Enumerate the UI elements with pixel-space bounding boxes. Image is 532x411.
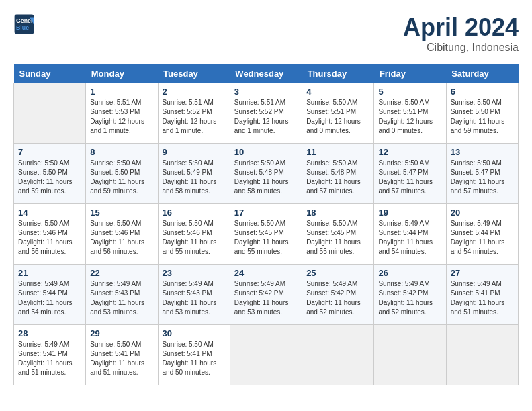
day-number: 22 (90, 268, 153, 278)
calendar-cell: 5Sunrise: 5:50 AM Sunset: 5:51 PM Daylig… (374, 83, 446, 144)
day-number: 14 (18, 208, 81, 218)
calendar-cell: 30Sunrise: 5:50 AM Sunset: 5:41 PM Dayli… (158, 325, 230, 385)
day-info: Sunrise: 5:50 AM Sunset: 5:48 PM Dayligh… (234, 158, 298, 196)
svg-text:Blue: Blue (16, 24, 29, 31)
day-number: 25 (306, 268, 369, 278)
calendar-cell: 20Sunrise: 5:49 AM Sunset: 5:44 PM Dayli… (446, 204, 518, 265)
day-info: Sunrise: 5:50 AM Sunset: 5:46 PM Dayligh… (18, 219, 81, 257)
day-info: Sunrise: 5:50 AM Sunset: 5:41 PM Dayligh… (163, 340, 226, 377)
calendar-week-4: 21Sunrise: 5:49 AM Sunset: 5:44 PM Dayli… (14, 265, 519, 325)
logo-icon: General Blue (13, 13, 35, 35)
calendar-cell: 23Sunrise: 5:49 AM Sunset: 5:43 PM Dayli… (158, 265, 230, 325)
day-number: 16 (163, 208, 226, 218)
calendar-cell: 2Sunrise: 5:51 AM Sunset: 5:52 PM Daylig… (158, 83, 230, 144)
calendar-cell (230, 325, 302, 385)
day-number: 17 (234, 208, 298, 218)
calendar-week-2: 7Sunrise: 5:50 AM Sunset: 5:50 PM Daylig… (14, 144, 519, 204)
day-number: 9 (163, 147, 226, 157)
day-info: Sunrise: 5:50 AM Sunset: 5:48 PM Dayligh… (306, 158, 369, 196)
col-header-saturday: Saturday (446, 64, 518, 83)
calendar-cell: 12Sunrise: 5:50 AM Sunset: 5:47 PM Dayli… (374, 144, 446, 204)
calendar-cell: 17Sunrise: 5:50 AM Sunset: 5:45 PM Dayli… (230, 204, 302, 265)
calendar-cell (446, 325, 518, 385)
calendar-header-row: SundayMondayTuesdayWednesdayThursdayFrid… (14, 64, 519, 83)
calendar-week-5: 28Sunrise: 5:49 AM Sunset: 5:41 PM Dayli… (14, 325, 519, 385)
calendar-cell: 21Sunrise: 5:49 AM Sunset: 5:44 PM Dayli… (14, 265, 86, 325)
calendar-cell: 9Sunrise: 5:50 AM Sunset: 5:49 PM Daylig… (158, 144, 230, 204)
day-info: Sunrise: 5:50 AM Sunset: 5:45 PM Dayligh… (234, 219, 298, 257)
day-info: Sunrise: 5:50 AM Sunset: 5:50 PM Dayligh… (90, 158, 153, 196)
day-number: 6 (451, 87, 514, 97)
day-number: 11 (306, 147, 369, 157)
day-info: Sunrise: 5:49 AM Sunset: 5:44 PM Dayligh… (451, 219, 514, 257)
day-info: Sunrise: 5:50 AM Sunset: 5:46 PM Dayligh… (163, 219, 226, 257)
col-header-wednesday: Wednesday (230, 64, 302, 83)
day-info: Sunrise: 5:50 AM Sunset: 5:51 PM Dayligh… (378, 98, 441, 136)
calendar-cell (302, 325, 374, 385)
day-number: 23 (163, 268, 226, 278)
day-number: 10 (234, 147, 298, 157)
calendar-cell: 22Sunrise: 5:49 AM Sunset: 5:43 PM Dayli… (86, 265, 158, 325)
day-info: Sunrise: 5:49 AM Sunset: 5:41 PM Dayligh… (451, 279, 514, 317)
day-info: Sunrise: 5:49 AM Sunset: 5:42 PM Dayligh… (234, 279, 298, 317)
calendar-cell: 27Sunrise: 5:49 AM Sunset: 5:41 PM Dayli… (446, 265, 518, 325)
day-number: 4 (306, 87, 369, 97)
day-number: 26 (378, 268, 441, 278)
day-number: 30 (163, 328, 226, 338)
day-info: Sunrise: 5:49 AM Sunset: 5:44 PM Dayligh… (378, 219, 441, 257)
day-info: Sunrise: 5:51 AM Sunset: 5:53 PM Dayligh… (90, 98, 153, 136)
calendar-cell: 26Sunrise: 5:49 AM Sunset: 5:42 PM Dayli… (374, 265, 446, 325)
calendar-cell: 4Sunrise: 5:50 AM Sunset: 5:51 PM Daylig… (302, 83, 374, 144)
day-number: 7 (18, 147, 81, 157)
day-number: 19 (378, 208, 441, 218)
calendar-cell: 8Sunrise: 5:50 AM Sunset: 5:50 PM Daylig… (86, 144, 158, 204)
day-info: Sunrise: 5:50 AM Sunset: 5:45 PM Dayligh… (306, 219, 369, 257)
day-info: Sunrise: 5:50 AM Sunset: 5:41 PM Dayligh… (90, 340, 153, 377)
calendar-week-3: 14Sunrise: 5:50 AM Sunset: 5:46 PM Dayli… (14, 204, 519, 265)
calendar-cell: 28Sunrise: 5:49 AM Sunset: 5:41 PM Dayli… (14, 325, 86, 385)
logo: General Blue (13, 13, 35, 35)
day-info: Sunrise: 5:49 AM Sunset: 5:44 PM Dayligh… (18, 279, 81, 317)
day-number: 15 (90, 208, 153, 218)
day-number: 5 (378, 87, 441, 97)
day-number: 24 (234, 268, 298, 278)
day-number: 2 (163, 87, 226, 97)
calendar-cell: 24Sunrise: 5:49 AM Sunset: 5:42 PM Dayli… (230, 265, 302, 325)
day-number: 12 (378, 147, 441, 157)
calendar-table: SundayMondayTuesdayWednesdayThursdayFrid… (13, 64, 519, 385)
calendar-cell: 11Sunrise: 5:50 AM Sunset: 5:48 PM Dayli… (302, 144, 374, 204)
calendar-cell: 29Sunrise: 5:50 AM Sunset: 5:41 PM Dayli… (86, 325, 158, 385)
day-info: Sunrise: 5:50 AM Sunset: 5:47 PM Dayligh… (451, 158, 514, 196)
day-number: 20 (451, 208, 514, 218)
day-info: Sunrise: 5:50 AM Sunset: 5:47 PM Dayligh… (378, 158, 441, 196)
day-number: 1 (90, 87, 153, 97)
month-title: April 2024 (403, 13, 519, 42)
location-title: Cibitung, Indonesia (403, 42, 519, 54)
calendar-cell: 6Sunrise: 5:50 AM Sunset: 5:50 PM Daylig… (446, 83, 518, 144)
day-number: 18 (306, 208, 369, 218)
day-info: Sunrise: 5:49 AM Sunset: 5:42 PM Dayligh… (378, 279, 441, 317)
calendar-cell: 25Sunrise: 5:49 AM Sunset: 5:42 PM Dayli… (302, 265, 374, 325)
day-info: Sunrise: 5:50 AM Sunset: 5:51 PM Dayligh… (306, 98, 369, 136)
day-info: Sunrise: 5:50 AM Sunset: 5:50 PM Dayligh… (451, 98, 514, 136)
day-info: Sunrise: 5:51 AM Sunset: 5:52 PM Dayligh… (234, 98, 298, 136)
calendar-cell: 13Sunrise: 5:50 AM Sunset: 5:47 PM Dayli… (446, 144, 518, 204)
day-info: Sunrise: 5:49 AM Sunset: 5:43 PM Dayligh… (90, 279, 153, 317)
title-block: April 2024 Cibitung, Indonesia (403, 13, 519, 54)
calendar-cell: 14Sunrise: 5:50 AM Sunset: 5:46 PM Dayli… (14, 204, 86, 265)
day-info: Sunrise: 5:49 AM Sunset: 5:42 PM Dayligh… (306, 279, 369, 317)
day-number: 3 (234, 87, 298, 97)
calendar-cell (14, 83, 86, 144)
calendar-cell: 15Sunrise: 5:50 AM Sunset: 5:46 PM Dayli… (86, 204, 158, 265)
calendar-cell: 7Sunrise: 5:50 AM Sunset: 5:50 PM Daylig… (14, 144, 86, 204)
page-header: General Blue April 2024 Cibitung, Indone… (13, 13, 519, 54)
calendar-cell: 19Sunrise: 5:49 AM Sunset: 5:44 PM Dayli… (374, 204, 446, 265)
day-number: 27 (451, 268, 514, 278)
col-header-sunday: Sunday (14, 64, 86, 83)
calendar-cell: 3Sunrise: 5:51 AM Sunset: 5:52 PM Daylig… (230, 83, 302, 144)
day-info: Sunrise: 5:50 AM Sunset: 5:49 PM Dayligh… (163, 158, 226, 196)
day-info: Sunrise: 5:49 AM Sunset: 5:41 PM Dayligh… (18, 340, 81, 377)
calendar-cell: 10Sunrise: 5:50 AM Sunset: 5:48 PM Dayli… (230, 144, 302, 204)
calendar-cell: 1Sunrise: 5:51 AM Sunset: 5:53 PM Daylig… (86, 83, 158, 144)
col-header-monday: Monday (86, 64, 158, 83)
